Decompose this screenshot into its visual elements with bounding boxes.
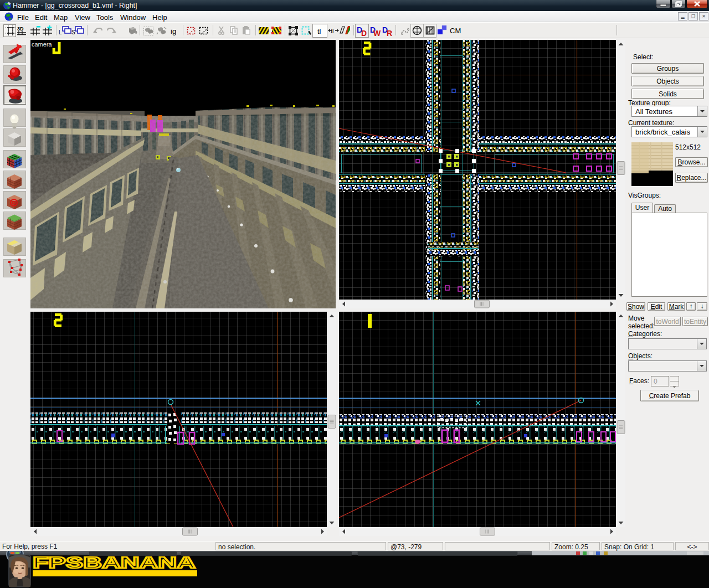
svg-text:FPSBANANA: FPSBANANA [33,553,196,571]
